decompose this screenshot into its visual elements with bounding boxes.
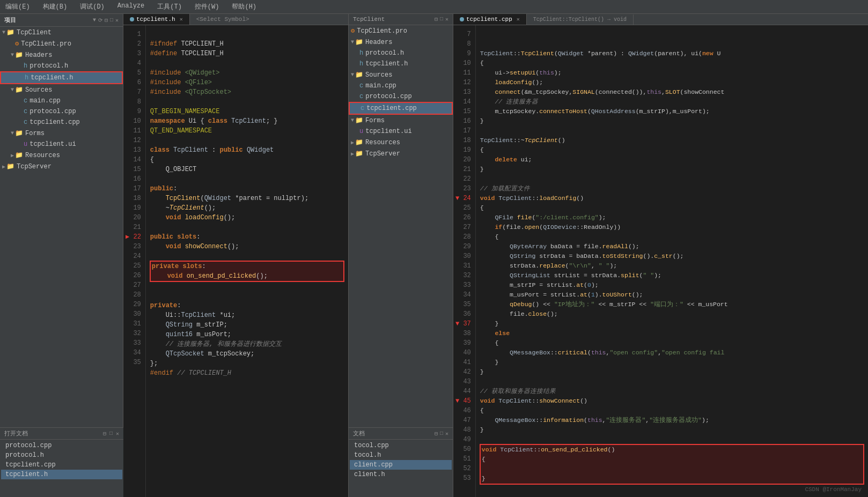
tab-tcpclient-func[interactable]: TcpClient::TcpClient() → void <box>527 14 634 25</box>
tree-label: Sources <box>365 71 392 79</box>
open-doc-protocol-h[interactable]: protocol.h <box>1 450 122 460</box>
mid-tree-pro[interactable]: ⚙ TcpClient.pro <box>349 25 453 36</box>
mid-tree-tcpclient-cpp[interactable]: c tcpclient.cpp <box>349 102 453 115</box>
close-icon[interactable]: □ <box>109 431 113 437</box>
bottom-middle-header: 文档 ⊟ □ ✕ <box>349 428 453 440</box>
tree-label: protocol.h <box>365 49 404 57</box>
file-dot <box>130 17 134 21</box>
tree-item-resources[interactable]: ▶ 📁 Resources <box>0 150 123 161</box>
folder-icon: 📁 <box>6 162 14 170</box>
open-doc-protocol-cpp[interactable]: protocol.cpp <box>1 441 122 450</box>
menu-build[interactable]: 构建(B) <box>40 1 71 12</box>
menu-help[interactable]: 帮助(H) <box>229 1 260 12</box>
folder-icon: 📁 <box>15 129 23 137</box>
h-file-icon: h <box>359 60 363 68</box>
tree-item-main-cpp[interactable]: c main.cpp <box>0 95 123 106</box>
sync-icon[interactable]: ⟳ <box>98 17 102 24</box>
center-editor-tabs: tcpclient.h ✕ <Select Symbol> <box>123 14 348 25</box>
bottom-middle-panel: 文档 ⊟ □ ✕ tocol.cpp tocol.h client.cpp cl… <box>349 427 453 497</box>
tree-label: TcpClient.pro <box>21 40 71 48</box>
bm-item-client-h[interactable]: client.h <box>350 470 452 479</box>
folder-icon: 📁 <box>15 51 23 59</box>
bm-item-tocol-cpp[interactable]: tocol.cpp <box>350 441 452 450</box>
open-doc-tcpclient-h[interactable]: tcpclient.h <box>1 470 122 479</box>
menu-edit[interactable]: 编辑(E) <box>2 1 33 12</box>
expand-arrow: ▼ <box>11 52 14 58</box>
bm-item-client-cpp[interactable]: client.cpp <box>350 460 452 470</box>
tree-item-tcpclient-cpp[interactable]: c tcpclient.cpp <box>0 117 123 128</box>
menu-debug[interactable]: 调试(D) <box>77 1 108 12</box>
tab-tcpclient-h[interactable]: tcpclient.h ✕ <box>123 14 190 25</box>
mid-tree-headers[interactable]: ▼ 📁 Headers <box>349 36 453 48</box>
tree-item-tcpclient-h[interactable]: h tcpclient.h <box>0 71 123 84</box>
mid-tree-sources[interactable]: ▼ 📁 Sources <box>349 69 453 80</box>
mid-tree-forms[interactable]: ▼ 📁 Forms <box>349 115 453 126</box>
tree-item-tcpclient[interactable]: ▼ 📁 TcpClient <box>0 27 123 38</box>
menu-tools[interactable]: 工具(T) <box>154 1 185 12</box>
middle-tree: ⚙ TcpClient.pro ▼ 📁 Headers <box>349 25 453 427</box>
mid-tree-tcpserver[interactable]: ▶ 📁 TcpServer <box>349 148 453 159</box>
folder-icon: 📁 <box>355 38 363 46</box>
tree-item-protocol-h[interactable]: h protocol.h <box>0 61 123 71</box>
tree-item-sources[interactable]: ▼ 📁 Sources <box>0 84 123 95</box>
close-icon2[interactable]: ✕ <box>116 431 119 437</box>
expand-icon-bm[interactable]: □ <box>440 431 443 437</box>
tree-item-tcpclient-ui[interactable]: u tcpclient.ui <box>0 139 123 150</box>
tree-item-protocol-cpp[interactable]: c protocol.cpp <box>0 106 123 117</box>
expand-arrow: ▶ <box>351 151 354 157</box>
open-docs-list: protocol.cpp protocol.h tcpclient.cpp tc… <box>0 440 123 480</box>
close-tab-icon[interactable]: ✕ <box>180 16 183 23</box>
menu-analyze[interactable]: Analyze <box>114 1 148 12</box>
close-tab-right-icon[interactable]: ✕ <box>517 16 520 23</box>
mid-tree-protocol-cpp[interactable]: c protocol.cpp <box>349 91 453 102</box>
select-symbol-dropdown[interactable]: <Select Symbol> <box>190 14 256 25</box>
expand-arrow: ▼ <box>2 29 5 35</box>
float-icon-bm[interactable]: ⊟ <box>435 431 438 437</box>
expand-arrow: ▶ <box>11 152 14 159</box>
close-icon-bm[interactable]: ✕ <box>445 431 448 437</box>
expand-arrow: ▼ <box>351 117 354 123</box>
expand-arrow: ▼ <box>11 130 14 136</box>
float-icon[interactable]: ⊟ <box>103 431 106 437</box>
tree-label: Headers <box>25 51 52 59</box>
open-docs-header: 打开文档 ⊟ □ ✕ <box>0 428 123 440</box>
mid-tree-resources[interactable]: ▶ 📁 Resources <box>349 137 453 148</box>
tree-item-pro[interactable]: ⚙ TcpClient.pro <box>0 38 123 49</box>
tree-item-forms[interactable]: ▼ 📁 Forms <box>0 128 123 139</box>
close-icon-mid[interactable]: ✕ <box>445 16 448 23</box>
filter-icon[interactable]: ▼ <box>93 17 96 24</box>
cpp-file-icon: c <box>361 105 364 112</box>
expand-arrow: ▶ <box>2 164 5 170</box>
tree-item-tcpserver[interactable]: ▶ 📁 TcpServer <box>0 161 123 172</box>
menu-controls[interactable]: 控件(W) <box>192 1 223 12</box>
right-code-content[interactable]: TcpClient::TcpClient(QWidget *parent) : … <box>476 25 868 497</box>
tree-item-headers[interactable]: ▼ 📁 Headers <box>0 49 123 61</box>
tree-label: tcpclient.h <box>365 60 408 68</box>
center-code-area[interactable]: 1 2 3 4 5 6 7 8 9 10 11 12 13 14 15 16 1 <box>123 25 348 497</box>
cpp-file-icon: c <box>24 97 27 105</box>
tab-label: tcpclient.cpp <box>466 16 512 23</box>
float-icon-mid[interactable]: ⊟ <box>435 16 438 23</box>
pro-file-icon: ⚙ <box>15 40 19 48</box>
collapse-icon[interactable]: ⊟ <box>105 17 108 24</box>
expand-icon-mid[interactable]: □ <box>440 16 443 23</box>
code-content-center[interactable]: #ifndef TCPCLIENT_H #define TCPCLIENT_H … <box>146 25 348 497</box>
mid-tree-main-cpp[interactable]: c main.cpp <box>349 80 453 91</box>
bm-item-tocol-h[interactable]: tocol.h <box>350 450 452 460</box>
close-panel-icon[interactable]: ✕ <box>115 17 119 24</box>
cpp-file-icon: c <box>359 82 363 90</box>
tree-label: tcpclient.cpp <box>366 105 417 112</box>
file-dot <box>460 17 464 21</box>
right-code-area[interactable]: 7 8 9 10 11 12 13 14 15 16 17 18 19 20 <box>453 25 868 497</box>
tab-tcpclient-cpp[interactable]: tcpclient.cpp ✕ <box>453 14 527 25</box>
mid-tree-tcpclient-h[interactable]: h tcpclient.h <box>349 58 453 69</box>
expand-icon[interactable]: □ <box>110 17 113 24</box>
mid-tree-protocol-h[interactable]: h protocol.h <box>349 48 453 58</box>
folder-icon: 📁 <box>355 150 363 158</box>
mid-tree-tcpclient-ui[interactable]: u tcpclient.ui <box>349 126 453 137</box>
expand-arrow: ▼ <box>351 72 354 78</box>
open-doc-tcpclient-cpp[interactable]: tcpclient.cpp <box>1 460 122 470</box>
tab-label: tcpclient.h <box>136 16 175 23</box>
middle-panel-header: TcpClient ⊟ □ ✕ <box>349 14 453 25</box>
cpp-file-icon: c <box>359 93 363 100</box>
